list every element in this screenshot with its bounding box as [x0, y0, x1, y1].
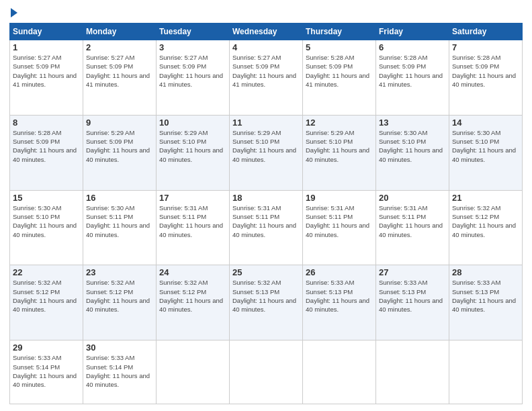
day-info: Sunrise: 5:29 AMSunset: 5:10 PMDaylight:…: [232, 128, 300, 164]
page: SundayMondayTuesdayWednesdayThursdayFrid…: [0, 0, 532, 411]
calendar-cell: 19Sunrise: 5:31 AMSunset: 5:11 PMDayligh…: [303, 190, 376, 265]
calendar-cell: 29Sunrise: 5:33 AMSunset: 5:14 PMDayligh…: [10, 340, 83, 404]
day-number: 9: [86, 118, 153, 128]
weekday-header-monday: Monday: [83, 24, 157, 40]
day-info: Sunrise: 5:33 AMSunset: 5:13 PMDaylight:…: [452, 278, 519, 314]
calendar-cell: 22Sunrise: 5:32 AMSunset: 5:12 PMDayligh…: [10, 265, 83, 340]
day-number: 28: [452, 267, 519, 277]
calendar-cell: 25Sunrise: 5:32 AMSunset: 5:13 PMDayligh…: [230, 265, 303, 340]
calendar-week-row: 15Sunrise: 5:30 AMSunset: 5:10 PMDayligh…: [10, 190, 523, 265]
calendar-cell: [230, 340, 303, 404]
calendar-cell: 9Sunrise: 5:29 AMSunset: 5:09 PMDaylight…: [83, 115, 157, 190]
logo-arrow-icon: [11, 8, 17, 17]
calendar-cell: 24Sunrise: 5:32 AMSunset: 5:12 PMDayligh…: [157, 265, 230, 340]
day-number: 21: [452, 193, 519, 203]
calendar-week-row: 8Sunrise: 5:28 AMSunset: 5:09 PMDaylight…: [10, 115, 523, 190]
day-number: 25: [232, 267, 300, 277]
day-number: 17: [159, 193, 226, 203]
day-info: Sunrise: 5:30 AMSunset: 5:11 PMDaylight:…: [86, 203, 153, 239]
calendar-table: SundayMondayTuesdayWednesdayThursdayFrid…: [9, 23, 523, 404]
day-number: 29: [13, 342, 80, 353]
day-info: Sunrise: 5:29 AMSunset: 5:10 PMDaylight:…: [159, 128, 226, 164]
day-info: Sunrise: 5:31 AMSunset: 5:11 PMDaylight:…: [306, 203, 373, 239]
day-info: Sunrise: 5:28 AMSunset: 5:09 PMDaylight:…: [13, 128, 80, 164]
day-number: 16: [86, 193, 153, 203]
day-info: Sunrise: 5:33 AMSunset: 5:14 PMDaylight:…: [86, 353, 153, 389]
calendar-cell: 11Sunrise: 5:29 AMSunset: 5:10 PMDayligh…: [230, 115, 303, 190]
calendar-cell: 20Sunrise: 5:31 AMSunset: 5:11 PMDayligh…: [376, 190, 449, 265]
calendar-cell: 23Sunrise: 5:32 AMSunset: 5:12 PMDayligh…: [83, 265, 157, 340]
day-number: 12: [306, 118, 373, 128]
calendar-cell: 16Sunrise: 5:30 AMSunset: 5:11 PMDayligh…: [83, 190, 157, 265]
calendar-week-row: 29Sunrise: 5:33 AMSunset: 5:14 PMDayligh…: [10, 340, 523, 404]
calendar-cell: 7Sunrise: 5:28 AMSunset: 5:09 PMDaylight…: [449, 40, 523, 116]
day-number: 11: [232, 118, 300, 128]
calendar-cell: 13Sunrise: 5:30 AMSunset: 5:10 PMDayligh…: [376, 115, 449, 190]
calendar-cell: [376, 340, 449, 404]
day-number: 19: [306, 193, 373, 203]
calendar-cell: 30Sunrise: 5:33 AMSunset: 5:14 PMDayligh…: [83, 340, 157, 404]
day-number: 1: [13, 42, 80, 52]
day-info: Sunrise: 5:28 AMSunset: 5:09 PMDaylight:…: [306, 53, 373, 89]
day-number: 26: [306, 267, 373, 277]
day-info: Sunrise: 5:32 AMSunset: 5:12 PMDaylight:…: [86, 278, 153, 314]
day-info: Sunrise: 5:28 AMSunset: 5:09 PMDaylight:…: [379, 53, 446, 89]
day-number: 6: [379, 42, 446, 52]
weekday-header-wednesday: Wednesday: [230, 24, 303, 40]
calendar-cell: 3Sunrise: 5:27 AMSunset: 5:09 PMDaylight…: [157, 40, 230, 116]
calendar-cell: 28Sunrise: 5:33 AMSunset: 5:13 PMDayligh…: [449, 265, 523, 340]
calendar-week-row: 22Sunrise: 5:32 AMSunset: 5:12 PMDayligh…: [10, 265, 523, 340]
calendar-cell: 27Sunrise: 5:33 AMSunset: 5:13 PMDayligh…: [376, 265, 449, 340]
day-number: 30: [86, 342, 153, 353]
day-number: 3: [159, 42, 226, 52]
day-info: Sunrise: 5:30 AMSunset: 5:10 PMDaylight:…: [379, 128, 446, 164]
day-info: Sunrise: 5:27 AMSunset: 5:09 PMDaylight:…: [86, 53, 153, 89]
day-number: 15: [13, 193, 80, 203]
calendar-cell: 8Sunrise: 5:28 AMSunset: 5:09 PMDaylight…: [10, 115, 83, 190]
weekday-header-friday: Friday: [376, 24, 449, 40]
calendar-cell: 17Sunrise: 5:31 AMSunset: 5:11 PMDayligh…: [157, 190, 230, 265]
day-info: Sunrise: 5:33 AMSunset: 5:14 PMDaylight:…: [13, 353, 80, 389]
day-number: 10: [159, 118, 226, 128]
day-info: Sunrise: 5:27 AMSunset: 5:09 PMDaylight:…: [13, 53, 80, 89]
day-number: 13: [379, 118, 446, 128]
day-info: Sunrise: 5:32 AMSunset: 5:12 PMDaylight:…: [13, 278, 80, 314]
day-number: 22: [13, 267, 80, 277]
weekday-header-tuesday: Tuesday: [157, 24, 230, 40]
day-info: Sunrise: 5:30 AMSunset: 5:10 PMDaylight:…: [452, 128, 519, 164]
day-info: Sunrise: 5:29 AMSunset: 5:09 PMDaylight:…: [86, 128, 153, 164]
day-info: Sunrise: 5:32 AMSunset: 5:12 PMDaylight:…: [452, 203, 519, 239]
calendar-cell: 21Sunrise: 5:32 AMSunset: 5:12 PMDayligh…: [449, 190, 523, 265]
day-info: Sunrise: 5:28 AMSunset: 5:09 PMDaylight:…: [452, 53, 519, 89]
day-info: Sunrise: 5:31 AMSunset: 5:11 PMDaylight:…: [379, 203, 446, 239]
day-info: Sunrise: 5:27 AMSunset: 5:09 PMDaylight:…: [232, 53, 300, 89]
logo: [9, 7, 17, 17]
day-number: 24: [159, 267, 226, 277]
day-info: Sunrise: 5:27 AMSunset: 5:09 PMDaylight:…: [159, 53, 226, 89]
day-number: 18: [232, 193, 300, 203]
day-info: Sunrise: 5:33 AMSunset: 5:13 PMDaylight:…: [306, 278, 373, 314]
day-number: 2: [86, 42, 153, 52]
header: [9, 7, 523, 17]
day-info: Sunrise: 5:31 AMSunset: 5:11 PMDaylight:…: [232, 203, 300, 239]
calendar-cell: 15Sunrise: 5:30 AMSunset: 5:10 PMDayligh…: [10, 190, 83, 265]
calendar-week-row: 1Sunrise: 5:27 AMSunset: 5:09 PMDaylight…: [10, 40, 523, 116]
calendar-cell: 10Sunrise: 5:29 AMSunset: 5:10 PMDayligh…: [157, 115, 230, 190]
day-number: 8: [13, 118, 80, 128]
day-number: 14: [452, 118, 519, 128]
day-number: 20: [379, 193, 446, 203]
calendar-cell: [303, 340, 376, 404]
day-number: 5: [306, 42, 373, 52]
weekday-header-sunday: Sunday: [10, 24, 83, 40]
calendar-cell: 5Sunrise: 5:28 AMSunset: 5:09 PMDaylight…: [303, 40, 376, 116]
calendar-cell: [449, 340, 523, 404]
day-info: Sunrise: 5:32 AMSunset: 5:13 PMDaylight:…: [232, 278, 300, 314]
calendar-cell: 18Sunrise: 5:31 AMSunset: 5:11 PMDayligh…: [230, 190, 303, 265]
calendar-cell: 2Sunrise: 5:27 AMSunset: 5:09 PMDaylight…: [83, 40, 157, 116]
day-info: Sunrise: 5:31 AMSunset: 5:11 PMDaylight:…: [159, 203, 226, 239]
day-number: 23: [86, 267, 153, 277]
day-info: Sunrise: 5:33 AMSunset: 5:13 PMDaylight:…: [379, 278, 446, 314]
weekday-header-row: SundayMondayTuesdayWednesdayThursdayFrid…: [10, 24, 523, 40]
day-info: Sunrise: 5:29 AMSunset: 5:10 PMDaylight:…: [306, 128, 373, 164]
day-info: Sunrise: 5:30 AMSunset: 5:10 PMDaylight:…: [13, 203, 80, 239]
